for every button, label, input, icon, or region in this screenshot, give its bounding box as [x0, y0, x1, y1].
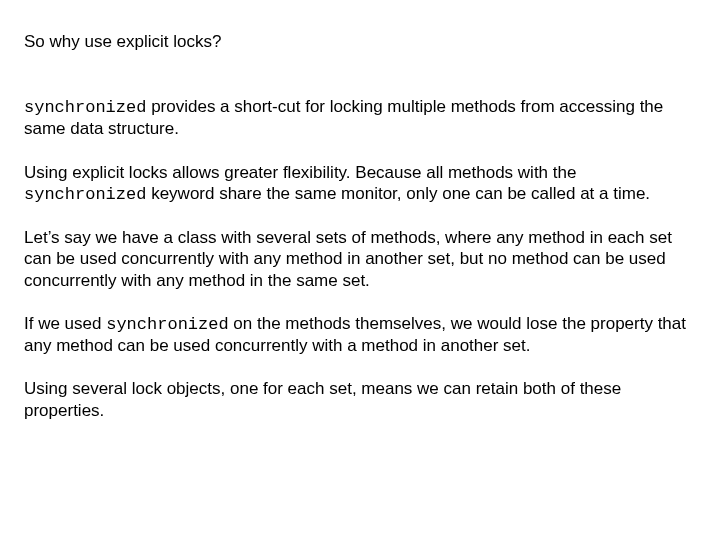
text-run: Using explicit locks allows greater flex…	[24, 163, 576, 182]
paragraph-5: Using several lock objects, one for each…	[24, 378, 696, 421]
paragraph-3: Let’s say we have a class with several s…	[24, 227, 696, 291]
paragraph-4: If we used synchronized on the methods t…	[24, 313, 696, 357]
text-run: If we used	[24, 314, 106, 333]
code-keyword: synchronized	[24, 98, 146, 117]
text-run: keyword share the same monitor, only one…	[146, 184, 650, 203]
slide-title: So why use explicit locks?	[24, 32, 696, 52]
slide: So why use explicit locks? synchronized …	[0, 0, 720, 540]
code-keyword: synchronized	[106, 315, 228, 334]
paragraph-1: synchronized provides a short-cut for lo…	[24, 96, 696, 140]
paragraph-2: Using explicit locks allows greater flex…	[24, 162, 696, 206]
code-keyword: synchronized	[24, 185, 146, 204]
